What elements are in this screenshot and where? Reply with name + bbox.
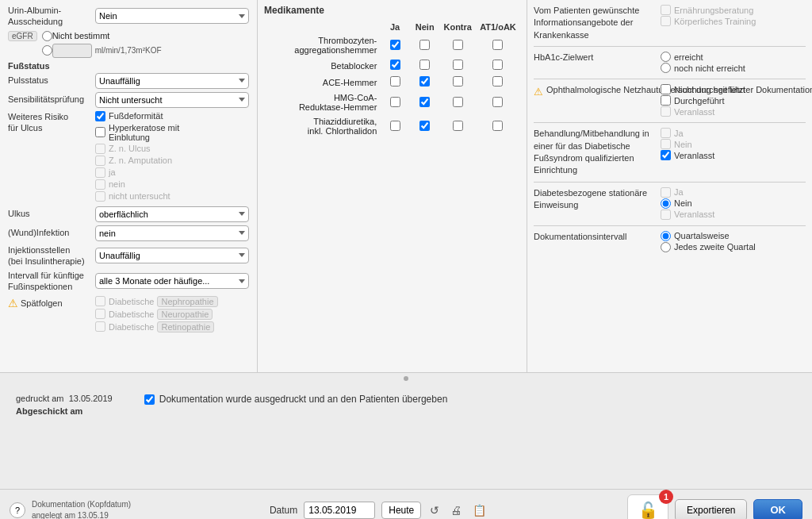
egfr-ml-radio[interactable] bbox=[42, 45, 52, 56]
med-col-ja: Ja bbox=[380, 21, 410, 33]
ophthalmologie-durchgefuehrt-cb[interactable] bbox=[661, 95, 671, 106]
med-kontra-ace bbox=[440, 74, 476, 90]
print-icon-button[interactable]: 🖨 bbox=[448, 504, 464, 517]
calendar-icon-button[interactable]: 📋 bbox=[470, 504, 488, 517]
med-nein-betablocker-cb[interactable] bbox=[419, 60, 430, 70]
intervall-select[interactable]: alle 3 Monate oder häufige... bbox=[95, 273, 249, 289]
med-nein-ace-cb[interactable] bbox=[419, 76, 430, 86]
med-nein-thiazid-cb[interactable] bbox=[419, 121, 430, 131]
med-nein-ace bbox=[410, 74, 440, 90]
egfr-ml-input[interactable] bbox=[52, 44, 92, 58]
hba1c-nicht-erreicht-radio[interactable] bbox=[661, 63, 671, 73]
spatfolgen-neuropathie-cb[interactable] bbox=[95, 309, 105, 319]
med-at1-thrombozyten-cb[interactable] bbox=[492, 40, 503, 50]
help-button[interactable]: ? bbox=[10, 502, 25, 518]
med-kontra-thiazid bbox=[440, 114, 476, 138]
middle-panel: Medikamente Ja Nein Kontra AT1/oAK Throm… bbox=[258, 0, 527, 372]
einweisung-ja-label: Ja bbox=[674, 187, 684, 197]
spatfolgen-warning-icon: ⚠ bbox=[8, 296, 18, 310]
sensibilitaet-row: Sensibilitätsprüfung Nicht untersucht bbox=[8, 92, 249, 108]
egfr-nicht-bestimmt-radio[interactable] bbox=[42, 31, 52, 41]
med-at1-betablocker-cb[interactable] bbox=[492, 60, 503, 70]
cb-zn-ulcus-label: Z. n. Ulcus bbox=[109, 144, 151, 153]
cb-fussdeformitaet-input[interactable] bbox=[95, 111, 105, 121]
med-nein-thrombozyten-cb[interactable] bbox=[419, 40, 430, 50]
med-nein-thiazid bbox=[410, 114, 440, 138]
refresh-icon-button[interactable]: ↺ bbox=[427, 504, 442, 517]
ophthalmologie-nicht-durchgefuehrt-cb[interactable] bbox=[661, 84, 671, 94]
footer-left: ? Dokumentation (Kopfdatum) angelegt am … bbox=[10, 499, 131, 520]
med-nein-hmg-cb[interactable] bbox=[419, 97, 430, 107]
cb-hyperkeratose-input[interactable] bbox=[95, 127, 105, 137]
behandlung-nein-cb[interactable] bbox=[661, 139, 671, 149]
med-ja-thrombozyten-cb[interactable] bbox=[390, 40, 400, 50]
cb-zn-ulcus-input[interactable] bbox=[95, 144, 105, 154]
med-ja-thrombozyten bbox=[380, 33, 410, 57]
intervall-jedes-zweite: Jedes zweite Quartal bbox=[661, 242, 756, 252]
intervall-quartalsweise-radio[interactable] bbox=[661, 231, 671, 241]
cb-nein-input[interactable] bbox=[95, 179, 105, 190]
ophthalmologie-options: Nicht durchgeführt Durchgeführt Veranlas… bbox=[661, 84, 745, 117]
med-name-ace: ACE-Hemmer bbox=[264, 74, 380, 90]
urin-albumin-row: Urin-Albumin-Ausscheidung Nein bbox=[8, 5, 249, 28]
spatfolgen-retinopathie-main: Diabetische bbox=[109, 322, 154, 332]
einweisung-ja: Ja bbox=[661, 187, 714, 198]
print-info: gedruckt am 13.05.2019 Abgeschickt am bbox=[16, 394, 113, 419]
hba1c-erreicht-radio[interactable] bbox=[661, 52, 671, 62]
ophthalmologie-veranlasst-cb[interactable] bbox=[661, 106, 671, 117]
sensibilitaet-select[interactable]: Nicht untersucht bbox=[95, 92, 249, 108]
einweisung-veranlasst-cb[interactable] bbox=[661, 210, 671, 220]
behandlung-veranlasst-cb[interactable] bbox=[661, 150, 671, 160]
ulkus-select[interactable]: oberflächlich bbox=[95, 206, 249, 222]
cb-nein: nein bbox=[95, 179, 179, 190]
med-ja-betablocker-cb[interactable] bbox=[390, 60, 400, 70]
med-at1-hmg-cb[interactable] bbox=[492, 97, 503, 107]
cb-zn-amputation-input[interactable] bbox=[95, 156, 105, 166]
ok-button[interactable]: OK bbox=[753, 499, 802, 520]
med-ja-ace-cb[interactable] bbox=[390, 76, 400, 86]
med-at1-ace-cb[interactable] bbox=[492, 76, 503, 86]
behandlung-options: Ja Nein Veranlasst bbox=[661, 128, 714, 161]
med-ja-ace bbox=[380, 74, 410, 90]
intervall-jedes-zweite-label: Jedes zweite Quartal bbox=[674, 242, 756, 252]
ophthalmologie-nicht-durchgefuehrt: Nicht durchgeführt bbox=[661, 84, 745, 94]
doc-checkbox[interactable] bbox=[144, 394, 155, 405]
behandlung-ja: Ja bbox=[661, 128, 714, 138]
med-ja-hmg-cb[interactable] bbox=[390, 97, 400, 107]
med-table-header-row: Ja Nein Kontra AT1/oAK bbox=[264, 21, 520, 33]
med-kontra-thiazid-cb[interactable] bbox=[453, 121, 463, 131]
behandlung-ja-cb[interactable] bbox=[661, 128, 671, 138]
dokumentationsintervall-options: Quartalsweise Jedes zweite Quartal bbox=[661, 231, 756, 253]
krankenkasse-ernaehrung-label: Ernährungsberatung bbox=[674, 6, 753, 15]
datum-input[interactable] bbox=[304, 502, 375, 519]
spatfolgen-nephropathie-cb[interactable] bbox=[95, 296, 105, 306]
med-kontra-hmg-cb[interactable] bbox=[453, 97, 463, 107]
krankenkasse-ernaehrung-cb[interactable] bbox=[661, 5, 671, 15]
einweisung-nein-radio[interactable] bbox=[661, 198, 671, 209]
intervall-jedes-zweite-radio[interactable] bbox=[661, 242, 671, 252]
injektionsstellen-select[interactable]: Unauffällig bbox=[95, 248, 249, 263]
weiteres-risiko-row: Weiteres Risikofür Ulcus Fußdeformität H… bbox=[8, 111, 249, 203]
med-row-thiazid: Thiaziddiuretika,inkl. Chlorthalidon bbox=[264, 114, 520, 138]
med-kontra-thrombozyten-cb[interactable] bbox=[453, 40, 463, 50]
dokumentationsintervall-label: Dokumentationsintervall bbox=[534, 231, 661, 243]
einweisung-ja-cb[interactable] bbox=[661, 187, 671, 198]
urin-albumin-select[interactable]: Nein bbox=[95, 8, 249, 24]
wundinfektion-select[interactable]: nein bbox=[95, 225, 249, 241]
med-kontra-betablocker-cb[interactable] bbox=[453, 60, 463, 70]
heute-button[interactable]: Heute bbox=[381, 502, 421, 519]
spatfolgen-neuropathie-badge: Neuropathie bbox=[157, 309, 213, 320]
spatfolgen-retinopathie-cb[interactable] bbox=[95, 321, 105, 332]
cb-ja-input[interactable] bbox=[95, 167, 105, 178]
export-button[interactable]: Exportieren bbox=[675, 499, 747, 520]
pulsstatus-select[interactable]: Unauffällig bbox=[95, 73, 249, 89]
med-col-name bbox=[264, 21, 380, 33]
med-kontra-hmg bbox=[440, 90, 476, 114]
med-at1-thiazid-cb[interactable] bbox=[492, 121, 503, 131]
divider-1 bbox=[534, 46, 806, 47]
cb-nein-label: nein bbox=[109, 179, 125, 189]
med-kontra-ace-cb[interactable] bbox=[453, 76, 463, 86]
krankenkasse-training-cb[interactable] bbox=[661, 16, 671, 26]
cb-nicht-untersucht-input[interactable] bbox=[95, 191, 105, 202]
med-ja-thiazid-cb[interactable] bbox=[390, 121, 400, 131]
